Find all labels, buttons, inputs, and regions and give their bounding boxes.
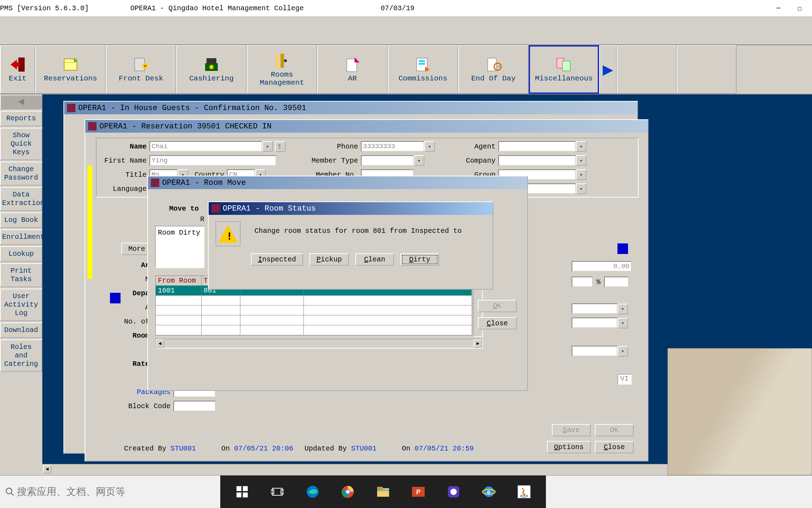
name-lov-icon[interactable]: ▾ [262,141,273,152]
window-icon [211,204,220,213]
table-row[interactable] [155,296,472,306]
minimize-icon[interactable]: ─ [773,3,784,14]
r1-lov-icon[interactable]: ▾ [617,304,628,314]
agent-field[interactable] [498,141,576,152]
inhouse-title-bar[interactable]: OPERA1 - In House Guests - Confirmation … [64,102,637,114]
task-view-icon[interactable] [270,484,285,500]
reservation-title-bar[interactable]: OPERA1 - Reservation 39501 CHECKED IN [85,120,648,133]
table-row[interactable] [155,325,472,335]
created-by: STU001 [171,445,196,453]
table-row[interactable] [155,315,472,325]
balance-field[interactable] [572,261,632,272]
profile-detail-icon[interactable] [275,141,285,152]
explorer-icon[interactable] [375,484,391,500]
room-move-title-bar[interactable]: OPERA1 - Room Move [148,176,527,189]
chrome-icon[interactable] [340,484,356,500]
disc-amt-field[interactable] [572,277,593,287]
toolbar-next-icon[interactable]: ▶ [599,45,617,94]
scroll-right-icon[interactable]: ► [474,339,482,348]
sb-roles-catering[interactable]: Roles and Catering [0,339,42,372]
res-save-button[interactable]: Save [552,424,591,436]
ie-icon[interactable]: e [481,484,497,500]
edge-icon[interactable] [305,484,320,500]
group-lov-icon[interactable]: ▾ [576,169,586,180]
app-icon[interactable] [446,484,461,500]
sb-print-tasks[interactable]: Print Tasks [0,263,42,287]
company-lov-icon[interactable]: ▾ [576,155,586,166]
clean-button[interactable]: Clean [355,253,394,266]
indicator-square-right [617,243,628,254]
agent-lov-icon[interactable]: ▾ [576,141,586,152]
app-version: PMS [Version 5.6.3.0] [0,4,89,12]
room-status-title-bar[interactable]: OPERA1 - Room Status [209,202,493,215]
grid-hscroll[interactable]: ◄ ► [155,339,483,349]
sb-user-activity[interactable]: User Activity Log [0,289,42,321]
rm-close-button[interactable]: Close [478,317,517,329]
tb-reservations[interactable]: Reservations [35,45,106,94]
updated-by: STU001 [351,445,376,453]
taskbar-search[interactable] [4,485,192,498]
phone-lov-icon[interactable]: ▾ [424,141,435,152]
member-type-lov-icon[interactable]: ▾ [414,155,424,166]
tb-rooms-mgmt[interactable]: Rooms Management [247,45,317,94]
svg-rect-27 [236,486,241,491]
tb-ar[interactable]: AR [317,45,388,94]
table-row[interactable] [155,306,472,315]
block-code-field[interactable] [173,401,216,411]
sidebar-prev-icon[interactable]: ◄ [0,95,42,109]
sb-lookup[interactable]: Lookup [0,246,42,262]
res-close-button[interactable]: Close [595,441,634,453]
sb-quick-keys[interactable]: Show Quick Keys [0,128,42,160]
powerpoint-icon[interactable]: P [411,484,426,500]
pickup-button[interactable]: Pickup [309,253,349,266]
mdi-scroll-left-icon[interactable]: ◄ [43,465,51,473]
lbl-agent: Agent [453,143,498,151]
company-field[interactable] [498,155,576,166]
sb-change-password[interactable]: Change Password [0,162,42,186]
svg-rect-28 [243,486,248,491]
scroll-left-icon[interactable]: ◄ [156,339,164,348]
lbl-created-on: On [221,445,230,453]
tb-end-of-day[interactable]: End Of Day [458,45,529,94]
maximize-icon[interactable]: ☐ [794,3,805,14]
res-ok-button[interactable]: OK [595,424,634,436]
r2-field[interactable] [572,318,617,328]
search-icon[interactable] [4,485,16,498]
first-name-field[interactable] [149,155,276,166]
rm-ok-button[interactable]: OK [478,300,517,312]
lbl-first: First Name [97,157,149,165]
start-icon[interactable] [234,484,250,500]
tb-commissions[interactable]: Commissions [388,45,458,94]
phone-field[interactable] [361,141,424,152]
sb-download[interactable]: Download [0,322,42,338]
col-from-room: From Room [155,276,201,286]
r1-field[interactable] [572,303,617,314]
lbl-created-by: Created By [124,445,166,453]
java-icon[interactable] [516,484,532,500]
sb-reports[interactable]: Reports [0,111,42,126]
tb-exit[interactable]: Exit [0,45,35,94]
name-field[interactable] [149,141,262,152]
tb-miscellaneous[interactable]: Miscellaneous [529,45,599,94]
property-name: OPERA1 - Qingdao Hotel Management Colleg… [130,4,304,12]
r2-lov-icon[interactable]: ▾ [617,318,628,328]
tb-front-desk[interactable]: Front Desk [106,45,176,94]
tb-cashiering[interactable]: Cashiering [176,45,247,94]
r3-lov-icon[interactable]: ▾ [617,346,628,357]
member-type-field[interactable] [361,155,414,166]
lbl-title: Title [97,171,149,179]
svg-point-37 [346,490,350,494]
svg-rect-17 [419,63,425,65]
sb-log-book[interactable]: Log Book [0,212,42,228]
dirty-button[interactable]: Dirty [400,253,439,266]
inspected-button[interactable]: Inspected [251,253,303,266]
extra-lov-icon[interactable]: ▾ [576,183,586,194]
vi-indicator: VI [617,374,632,385]
r3-field[interactable] [572,346,617,356]
res-options-button[interactable]: Options [547,441,591,453]
disc-pct-field[interactable] [604,277,629,287]
search-input[interactable] [16,486,192,498]
sb-data-extraction[interactable]: Data Extraction [0,187,42,211]
sb-enrollment[interactable]: Enrollment [0,229,42,245]
room-status-dialog: OPERA1 - Room Status Change room status … [208,201,493,290]
